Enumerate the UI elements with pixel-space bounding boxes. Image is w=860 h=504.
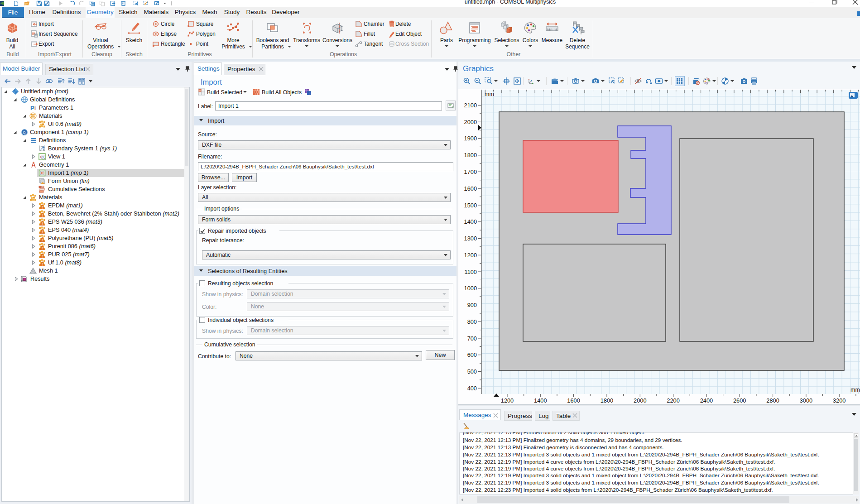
svg-text:800: 800 [467, 318, 477, 325]
svg-text:2400: 2400 [700, 397, 713, 404]
svg-text:2200: 2200 [667, 397, 679, 404]
svg-text:1600: 1600 [464, 185, 477, 192]
svg-text:600: 600 [467, 351, 477, 358]
svg-text:1600: 1600 [567, 397, 580, 404]
svg-text:2000: 2000 [634, 397, 646, 404]
svg-text:1800: 1800 [464, 152, 477, 158]
svg-text:1900: 1900 [464, 135, 477, 142]
svg-text:P: P [30, 105, 34, 111]
svg-text:2800: 2800 [766, 397, 779, 404]
svg-text:1100: 1100 [464, 269, 477, 275]
svg-text:500: 500 [467, 368, 477, 375]
svg-text:2100: 2100 [464, 102, 477, 109]
svg-text:Ω: Ω [23, 130, 26, 134]
svg-text:1700: 1700 [464, 168, 477, 175]
svg-text:i: i [34, 106, 36, 111]
svg-text:2600: 2600 [733, 397, 746, 404]
svg-text:1400: 1400 [464, 218, 477, 225]
svg-text:1400: 1400 [534, 397, 547, 404]
svg-text:mm: mm [850, 387, 860, 393]
svg-text:700: 700 [467, 335, 477, 342]
svg-text:1000: 1000 [464, 285, 477, 292]
svg-text:1500: 1500 [464, 202, 477, 209]
svg-text:400: 400 [467, 385, 477, 392]
svg-text:1800: 1800 [601, 397, 613, 404]
svg-text:1200: 1200 [464, 252, 477, 259]
svg-text:3200: 3200 [833, 397, 846, 404]
svg-text:1200: 1200 [501, 397, 514, 404]
svg-text:1300: 1300 [464, 235, 477, 242]
svg-text:3000: 3000 [800, 397, 812, 404]
svg-text:2000: 2000 [464, 119, 477, 125]
svg-text:mm: mm [485, 91, 494, 97]
svg-text:900: 900 [467, 302, 477, 308]
